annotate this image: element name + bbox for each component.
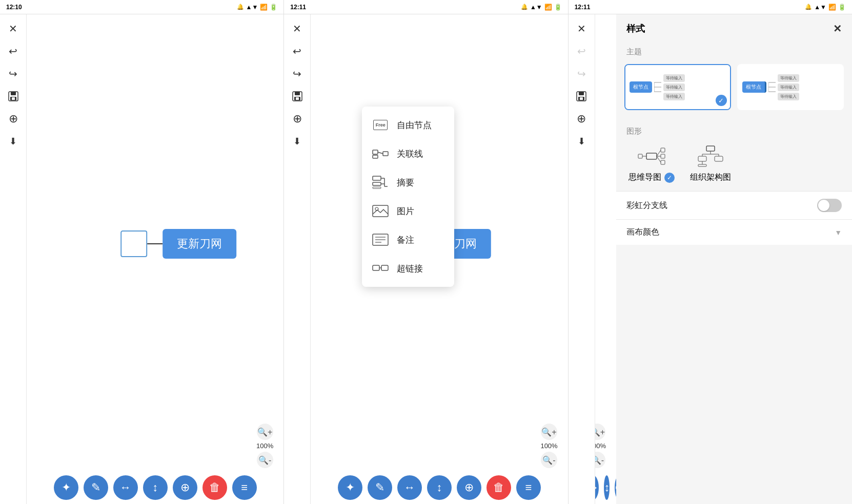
zoom-out-btn-2[interactable]: 🔍- xyxy=(541,452,557,468)
theme-preview-2: 根节点 等待输入 等待输入 等待输入 xyxy=(738,65,843,109)
free-node-label: 自由节点 xyxy=(397,119,432,131)
edit-btn-1[interactable]: ✎ xyxy=(84,475,108,500)
menu-item-summary[interactable]: 摘要 xyxy=(362,168,454,197)
status-icons-3: 🔔 ▲▼ 📶 🔋 xyxy=(805,4,846,11)
sidebar-toolbar-1: ✕ ↩ ↪ ⊕ ⬇ xyxy=(0,14,27,504)
shape-options: 思维导图 ✓ xyxy=(616,139,852,187)
svg-rect-19 xyxy=(373,187,381,188)
theme1-root: 根节点 xyxy=(630,81,652,93)
delete-btn-1[interactable]: 🗑 xyxy=(202,475,227,500)
menu-item-image[interactable]: 图片 xyxy=(362,197,454,225)
shape-section-label: 图形 xyxy=(616,122,852,139)
status-bar-2: 12:11 🔔 ▲▼ 📶 🔋 xyxy=(283,0,567,14)
redo-button-3[interactable]: ↪ xyxy=(571,64,592,84)
bottom-toolbar-3: ✦ ✎ ↔ ↕ ⊕ 🗑 ≡ xyxy=(595,475,616,500)
summary-icon xyxy=(372,174,389,191)
menu-btn-2[interactable]: ≡ xyxy=(516,475,541,500)
shape-orgchart[interactable]: 组织架构图 xyxy=(690,143,731,183)
svg-rect-30 xyxy=(579,92,584,95)
wifi-icon-2: ▲▼ xyxy=(530,4,542,11)
status-icons-2: 🔔 ▲▼ 📶 🔋 xyxy=(521,4,562,11)
expand-btn-1[interactable]: ↕ xyxy=(143,475,168,500)
add-zoom-button-3[interactable]: ⊕ xyxy=(571,109,592,129)
svg-line-46 xyxy=(657,156,661,162)
theme-card-1[interactable]: 根节点 等待输入 等待输入 等待输入 ✓ xyxy=(624,64,731,110)
undo-button-2[interactable]: ↩ xyxy=(287,41,308,61)
canvas-color-row[interactable]: 画布颜色 ▼ xyxy=(616,219,852,245)
summary-label: 摘要 xyxy=(397,177,414,188)
add-zoom-button-1[interactable]: ⊕ xyxy=(3,109,24,129)
redo-button-1[interactable]: ↪ xyxy=(3,64,24,84)
theme-section-label: 主题 xyxy=(616,43,852,60)
theme1-branch2: 等待输入 xyxy=(663,83,685,91)
menu-item-free-node[interactable]: Free 自由节点 xyxy=(362,111,454,139)
connector-1 xyxy=(147,243,163,244)
svg-line-10 xyxy=(378,152,383,154)
mindmap-shape-icon xyxy=(636,143,667,169)
delete-btn-2[interactable]: 🗑 xyxy=(486,475,511,500)
notification-icon: 🔔 xyxy=(237,4,244,10)
edit-btn-2[interactable]: ✎ xyxy=(368,475,392,500)
menu-item-hyperlink[interactable]: 超链接 xyxy=(362,254,454,283)
shape-mindmap[interactable]: 思维导图 ✓ xyxy=(628,143,675,183)
close-button-1[interactable]: ✕ xyxy=(3,18,24,39)
rainbow-toggle[interactable] xyxy=(817,199,842,212)
zoom-in-btn-2[interactable]: 🔍+ xyxy=(541,424,557,440)
svg-rect-5 xyxy=(295,92,300,95)
save-button-2[interactable] xyxy=(287,86,308,107)
menu-btn-1[interactable]: ≡ xyxy=(232,475,257,500)
undo-button-1[interactable]: ↩ xyxy=(3,41,24,61)
magic-btn-1[interactable]: ✦ xyxy=(54,475,78,500)
svg-rect-45 xyxy=(661,154,665,158)
download-button-3[interactable]: ⬇ xyxy=(571,131,592,152)
magic-btn-2[interactable]: ✦ xyxy=(338,475,362,500)
connect-btn-2[interactable]: ↔ xyxy=(397,475,422,500)
save-button-1[interactable] xyxy=(3,86,24,107)
save-button-3[interactable] xyxy=(571,86,592,107)
branch-btn-1[interactable]: ⊕ xyxy=(173,475,197,500)
svg-rect-26 xyxy=(373,265,379,270)
menu-item-note[interactable]: 备注 xyxy=(362,225,454,254)
close-button-3[interactable]: ✕ xyxy=(571,18,592,39)
canvas-1[interactable]: 更新刀网 xyxy=(27,14,283,473)
download-button-2[interactable]: ⬇ xyxy=(287,131,308,152)
rainbow-label: 彩虹分支线 xyxy=(626,200,667,211)
style-panel-close-button[interactable]: ✕ xyxy=(833,23,842,35)
canvas-2[interactable]: 更新刀网 Free 自由节点 xyxy=(311,14,567,473)
svg-rect-58 xyxy=(698,164,706,166)
rainbow-toggle-knob xyxy=(818,200,829,211)
empty-node[interactable] xyxy=(120,230,147,257)
branch-btn-2[interactable]: ⊕ xyxy=(457,475,481,500)
time-1: 12:10 xyxy=(6,4,22,11)
zoom-controls-2: 🔍+ 100% 🔍- xyxy=(540,424,557,468)
download-button-1[interactable]: ⬇ xyxy=(3,131,24,152)
theme-card-2[interactable]: 根节点 等待输入 等待输入 等待输入 xyxy=(737,64,844,110)
expand-btn-2[interactable]: ↕ xyxy=(427,475,452,500)
menu-item-connector[interactable]: 关联线 xyxy=(362,139,454,168)
svg-rect-9 xyxy=(373,155,378,158)
dropdown-menu: Free 自由节点 关联线 xyxy=(362,107,454,287)
svg-rect-49 xyxy=(638,154,642,158)
zoom-in-btn-1[interactable]: 🔍+ xyxy=(257,424,273,440)
image-label: 图片 xyxy=(397,205,414,217)
add-zoom-button-2[interactable]: ⊕ xyxy=(287,109,308,129)
connect-btn-1[interactable]: ↔ xyxy=(113,475,138,500)
root-node-1[interactable]: 更新刀网 xyxy=(163,229,236,259)
orgchart-shape-icon xyxy=(695,143,726,169)
notification-icon-3: 🔔 xyxy=(805,4,812,10)
redo-button-2[interactable]: ↪ xyxy=(287,64,308,84)
zoom-label-1: 100% xyxy=(256,442,273,450)
canvas-3[interactable]: 更新刀网 xyxy=(595,14,616,473)
mindmap-shape-check: ✓ xyxy=(664,173,675,183)
close-button-2[interactable]: ✕ xyxy=(287,18,308,39)
style-panel-title: 样式 xyxy=(626,23,645,35)
signal-icon-2: 📶 xyxy=(544,4,552,11)
zoom-out-btn-1[interactable]: 🔍- xyxy=(257,452,273,468)
orgchart-shape-label: 组织架构图 xyxy=(690,172,731,183)
undo-button-3[interactable]: ↩ xyxy=(571,41,592,61)
mindmap-1: 更新刀网 xyxy=(120,229,236,259)
signal-icon: 📶 xyxy=(260,4,268,11)
expand-btn-3[interactable]: ↕ xyxy=(604,475,610,500)
theme1-branch3: 等待输入 xyxy=(663,93,685,100)
mindmap-shape-label: 思维导图 xyxy=(628,172,661,183)
